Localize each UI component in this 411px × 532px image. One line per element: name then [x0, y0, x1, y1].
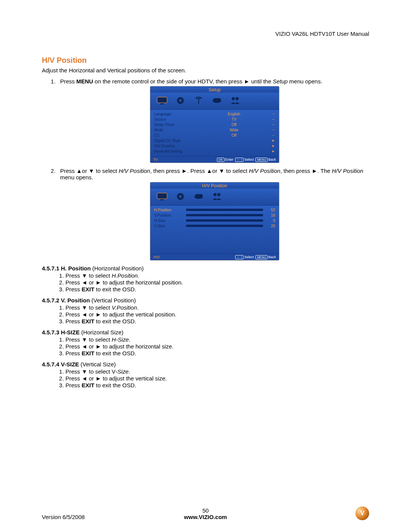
list-item: Press ◄ or ► to adjust the horizontal si…	[65, 343, 369, 350]
osd2-footer-source: AV2	[153, 255, 159, 259]
osd1-rows: LanguageEnglish↔ SourceTV↔ Sleep TimerOf…	[150, 110, 279, 156]
people-icon	[210, 192, 223, 201]
step-2: Press ▲or ▼ to select H/V Position, then…	[57, 168, 369, 260]
osd2-footer-nav: ↔ ↕Select MENUBack	[234, 255, 276, 259]
svg-point-11	[217, 193, 220, 196]
list-item: Press ▼ to select V.Position.	[65, 304, 369, 311]
osd1-row: H/V Position►	[154, 143, 275, 149]
step-2-text: Press ▲or ▼ to select H/V Position, then…	[60, 168, 363, 181]
section-intro: Adjust the Horizontal and Vertical posit…	[42, 67, 369, 73]
section-title: H/V Position	[42, 56, 369, 65]
osd2-icon-row	[150, 189, 279, 206]
osd2-row: H.Position52	[154, 207, 275, 212]
step-1: Press MENU on the remote control or the …	[57, 78, 369, 163]
osd1-icon-row	[150, 93, 279, 110]
slider-track	[186, 219, 263, 222]
slider-track	[186, 225, 263, 227]
svg-point-3	[179, 99, 182, 102]
svg-point-4	[232, 97, 235, 100]
footer-url: www.VIZIO.com	[42, 514, 369, 520]
page-footer: Version 6/5/2008 50 www.VIZIO.com V	[42, 506, 369, 520]
osd1-row: Reset All Setting►	[154, 149, 275, 154]
step-1-text: Press MENU on the remote control or the …	[60, 78, 322, 85]
list-item: Press ◄ or ► to adjust the vertical size…	[65, 375, 369, 382]
list-item: Press ◄ or ► to adjust the horizontal po…	[65, 279, 369, 286]
osd2-rows: H.Position52 V.Position16 H-Size0 V-Size…	[150, 206, 279, 254]
list-item: Press EXIT to exit the OSD.	[65, 382, 369, 388]
people-icon	[229, 96, 242, 105]
brain-icon	[192, 192, 205, 201]
speaker-icon	[174, 192, 187, 201]
speaker-icon	[174, 96, 187, 105]
page-number: 50	[42, 507, 369, 514]
list-item: Press ▼ to select V-Size.	[65, 368, 369, 375]
osd2-footer: AV2 ↔ ↕Select MENUBack	[150, 254, 279, 260]
subsection-vsize: 4.5.7.4 V-SIZE (Vertical Size) Press ▼ t…	[42, 361, 369, 388]
svg-point-5	[236, 97, 239, 100]
manual-header: VIZIO VA26L HDTV10T User Manual	[42, 30, 369, 37]
list-item: Press ◄ or ► to adjust the vertical posi…	[65, 311, 369, 318]
osd2-row: H-Size0	[154, 218, 275, 223]
osd1-footer-nav: OKEnter ↔ ↕Select MENUBack	[216, 158, 276, 161]
svg-point-10	[213, 193, 217, 196]
brain-icon	[210, 96, 223, 105]
list-item: Press ▼ to select H.Position.	[65, 272, 369, 279]
osd1-row: Digital CC Style►	[154, 138, 275, 143]
vizio-logo-icon: V	[355, 506, 369, 520]
svg-rect-0	[157, 97, 167, 103]
osd1-row: WideWide↔	[154, 127, 275, 133]
tv-icon	[156, 96, 169, 105]
antenna-icon	[192, 96, 205, 105]
osd1-row: SourceTV↔	[154, 117, 275, 122]
osd1-footer-source: TV	[153, 158, 158, 161]
osd1-row: LanguageEnglish↔	[154, 111, 275, 117]
footer-center: 50 www.VIZIO.com	[42, 507, 369, 520]
slider-track	[186, 209, 263, 211]
list-item: Press EXIT to exit the OSD.	[65, 286, 369, 292]
osd1-row: CCOff↔	[154, 133, 275, 138]
tv-icon	[156, 192, 169, 201]
osd-setup-menu: Setup LanguageEnglish↔ SourceTV↔ Sleep T…	[150, 86, 279, 163]
svg-rect-7	[160, 199, 164, 200]
slider-track	[186, 214, 263, 216]
osd-hv-position-menu: H/V Position H.Position52 V.Position16 H…	[150, 182, 279, 260]
svg-rect-6	[157, 193, 167, 199]
osd2-title: H/V Position	[150, 182, 279, 189]
osd1-row: Sleep TimerOff↔	[154, 122, 275, 127]
svg-point-9	[179, 195, 182, 198]
list-item: Press ▼ to select H-Size.	[65, 336, 369, 343]
osd2-row: V-Size20	[154, 223, 275, 228]
subsection-hsize: 4.5.7.3 H-SIZE (Horizontal Size) Press ▼…	[42, 329, 369, 356]
svg-rect-1	[160, 103, 164, 104]
osd2-row: V.Position16	[154, 212, 275, 218]
subsection-vposition: 4.5.7.2 V. Position (Vertical Position) …	[42, 297, 369, 324]
list-item: Press EXIT to exit the OSD.	[65, 350, 369, 356]
osd1-title: Setup	[150, 86, 279, 93]
subsection-hposition: 4.5.7.1 H. Position (Horizontal Position…	[42, 265, 369, 292]
list-item: Press EXIT to exit the OSD.	[65, 318, 369, 324]
osd1-footer: TV OKEnter ↔ ↕Select MENUBack	[150, 156, 279, 163]
